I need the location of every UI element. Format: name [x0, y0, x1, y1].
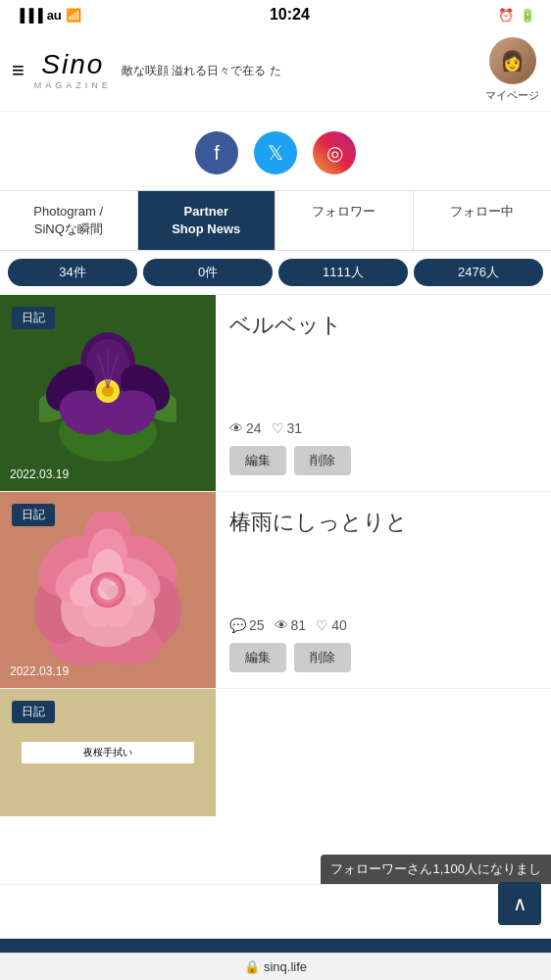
tab-partner-shop-news[interactable]: PartnerShop News	[138, 191, 276, 250]
hamburger-button[interactable]: ≡	[12, 58, 25, 83]
eye-icon-2: 👁	[275, 617, 288, 633]
twitter-button[interactable]: 𝕏	[254, 131, 297, 174]
alarm-icon: ⏰	[498, 8, 514, 23]
battery-icon: 🔋	[520, 8, 535, 23]
count-posts: 34件	[8, 259, 137, 286]
post-content-3: フォローワーさん1,100人になりまし	[216, 689, 551, 884]
status-left: ▐▐▐ au 📶	[16, 8, 81, 23]
header: ≡ Sino MAGAZINE 敵な咲顔 溢れる日々で在る た 👩 マイページ	[0, 29, 551, 112]
edit-button-1[interactable]: 編集	[229, 446, 286, 475]
instagram-icon: ◎	[326, 141, 343, 165]
count-partner: 0件	[143, 259, 273, 286]
table-row: 夜桜手拭い 日記 フォローワーさん1,100人になりまし	[0, 689, 551, 885]
count-followers: 1111人	[278, 259, 408, 286]
post-title-2[interactable]: 椿雨にしっとりと	[229, 508, 537, 538]
post-actions-2: 編集 削除	[229, 643, 537, 672]
avatar: 👩	[489, 37, 536, 84]
facebook-button[interactable]: f	[195, 131, 238, 174]
signal-icon: ▐▐▐	[16, 8, 43, 23]
count-following: 2476人	[414, 259, 543, 286]
post-title-1[interactable]: ベルベット	[229, 311, 537, 341]
post-image-1: 日記 2022.03.19	[0, 295, 216, 491]
counts-row: 34件 0件 1111人 2476人	[0, 251, 551, 295]
instagram-button[interactable]: ◎	[313, 131, 356, 174]
post-date-1: 2022.03.19	[10, 467, 69, 481]
post-list: 日記 2022.03.19 ベルベット 👁 24 ♡ 31 編集 削除	[0, 295, 551, 885]
post-image-2: 日記 2022.03.19	[0, 492, 216, 688]
view-stat-2: 👁 81	[275, 617, 307, 633]
comment-icon: 💬	[229, 617, 246, 633]
like-stat-2: ♡ 40	[316, 617, 347, 633]
lock-icon: 🔒	[244, 959, 260, 974]
tab-photogram[interactable]: Photogram /SiNQな瞬間	[0, 191, 138, 250]
status-right: ⏰ 🔋	[498, 8, 535, 23]
header-left: ≡ Sino MAGAZINE	[12, 51, 112, 90]
post-tag-2: 日記	[12, 504, 55, 526]
tab-following[interactable]: フォロー中	[414, 191, 552, 250]
back-to-top-button[interactable]: ∧	[498, 882, 541, 925]
twitter-icon: 𝕏	[268, 141, 283, 165]
like-stat-1: ♡ 31	[272, 420, 303, 436]
post-content-2: 椿雨にしっとりと 💬 25 👁 81 ♡ 40 編集 削除	[216, 492, 551, 688]
tab-followers[interactable]: フォロワー	[276, 191, 414, 250]
header-banner-text: 敵な咲顔 溢れる日々で在る た	[112, 62, 485, 79]
delete-button-1[interactable]: 削除	[294, 446, 351, 475]
logo-sub: MAGAZINE	[34, 80, 112, 90]
carrier-label: au	[47, 8, 62, 23]
status-bar: ▐▐▐ au 📶 10:24 ⏰ 🔋	[0, 0, 551, 29]
header-right[interactable]: 👩 マイページ	[485, 37, 539, 103]
post-stats-1: 👁 24 ♡ 31	[229, 420, 537, 436]
mypage-label[interactable]: マイページ	[485, 88, 539, 103]
post-tag-3: 日記	[12, 701, 55, 723]
logo-text: Sino	[34, 51, 112, 78]
heart-icon: ♡	[272, 420, 284, 436]
eye-icon: 👁	[229, 420, 243, 436]
post-stats-2: 💬 25 👁 81 ♡ 40	[229, 617, 537, 633]
notification-overlay: フォローワーさん1,100人になりまし	[321, 855, 551, 884]
domain-label: sinq.life	[264, 959, 307, 974]
domain-bar: 🔒 sinq.life	[0, 953, 551, 980]
logo-area: Sino MAGAZINE	[34, 51, 112, 90]
comment-stat-2: 💬 25	[229, 617, 265, 633]
view-stat-1: 👁 24	[229, 420, 262, 436]
social-row: f 𝕏 ◎	[0, 112, 551, 190]
facebook-icon: f	[214, 142, 220, 165]
edit-button-2[interactable]: 編集	[229, 643, 286, 672]
wifi-icon: 📶	[66, 8, 81, 23]
delete-button-2[interactable]: 削除	[294, 643, 351, 672]
status-time: 10:24	[270, 6, 310, 24]
post-tag-1: 日記	[12, 307, 55, 329]
table-row: 日記 2022.03.19 ベルベット 👁 24 ♡ 31 編集 削除	[0, 295, 551, 492]
heart-icon-2: ♡	[316, 617, 328, 633]
post-actions-1: 編集 削除	[229, 446, 537, 475]
table-row: 日記 2022.03.19 椿雨にしっとりと 💬 25 👁 81 ♡ 40	[0, 492, 551, 689]
post-date-2: 2022.03.19	[10, 664, 69, 678]
tabs-row: Photogram /SiNQな瞬間 PartnerShop News フォロワ…	[0, 190, 551, 251]
post-content-1: ベルベット 👁 24 ♡ 31 編集 削除	[216, 295, 551, 491]
post-image-3: 夜桜手拭い 日記	[0, 689, 216, 884]
